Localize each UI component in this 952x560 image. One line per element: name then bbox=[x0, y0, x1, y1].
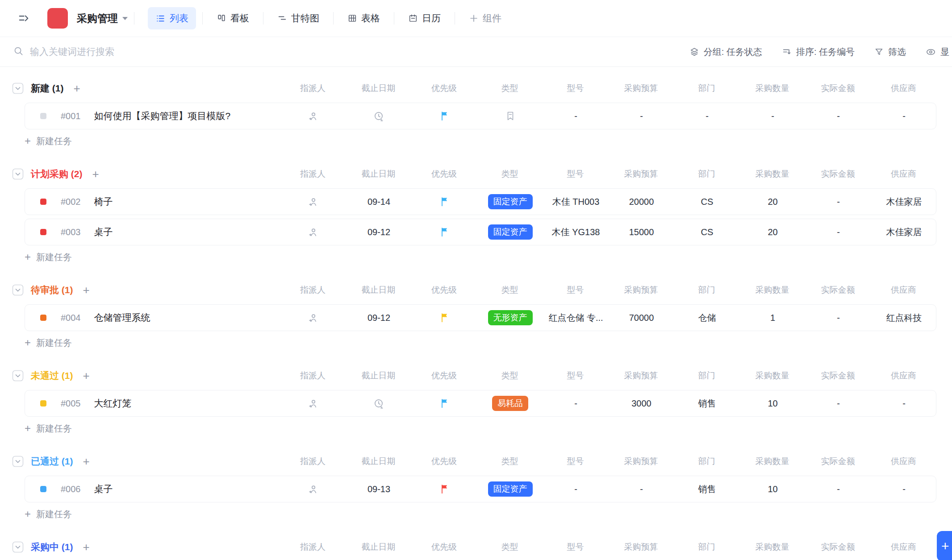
add-task-button[interactable]: + 新建任务 bbox=[25, 334, 141, 352]
column-header: 实际金额 bbox=[805, 284, 871, 296]
tab-label: 日历 bbox=[422, 12, 441, 25]
cell-quantity: 1 bbox=[740, 313, 806, 323]
group-add-icon[interactable]: + bbox=[83, 541, 90, 553]
sidebar-expand-icon[interactable] bbox=[16, 11, 31, 26]
person-icon bbox=[308, 398, 319, 409]
cell-assignee[interactable] bbox=[280, 483, 346, 494]
cell-due-date[interactable]: 09-14 bbox=[346, 197, 412, 207]
column-header: 采购数量 bbox=[739, 83, 805, 94]
cell-priority[interactable] bbox=[412, 312, 477, 324]
group-collapse-toggle[interactable] bbox=[12, 370, 24, 382]
divider bbox=[333, 12, 334, 25]
group-collapse-toggle[interactable] bbox=[12, 83, 24, 94]
cell-type[interactable]: 易耗品 bbox=[477, 396, 543, 411]
column-header: 优先级 bbox=[411, 284, 477, 296]
gantt-icon bbox=[277, 13, 287, 23]
cell-due-date[interactable]: 09-12 bbox=[346, 227, 412, 237]
cell-priority[interactable] bbox=[412, 196, 477, 207]
priority-flag-icon[interactable] bbox=[439, 398, 450, 409]
status-dot bbox=[40, 400, 46, 407]
cell-priority[interactable] bbox=[412, 484, 477, 495]
column-header: 型号 bbox=[543, 541, 608, 553]
column-header: 截止日期 bbox=[346, 370, 411, 382]
task-row[interactable]: #004 仓储管理系统 09-12 无形资产 红点仓储 专... 70000 仓… bbox=[25, 304, 936, 331]
cell-due-date[interactable] bbox=[346, 110, 412, 121]
tab-table[interactable]: 表格 bbox=[340, 7, 388, 29]
cell-type[interactable]: 无形资产 bbox=[477, 310, 543, 325]
column-header: 型号 bbox=[543, 456, 608, 467]
cell-due-date[interactable]: 09-12 bbox=[346, 313, 412, 323]
column-header: 截止日期 bbox=[346, 168, 411, 180]
tab-plus[interactable]: 组件 bbox=[461, 7, 509, 29]
add-task-button[interactable]: + 新建任务 bbox=[25, 419, 141, 437]
group-add-icon[interactable]: + bbox=[83, 456, 90, 467]
group-add-icon[interactable]: + bbox=[83, 284, 90, 296]
task-id: #004 bbox=[61, 313, 81, 323]
cell-assignee[interactable] bbox=[280, 398, 346, 409]
group-collapse-toggle[interactable] bbox=[12, 456, 24, 467]
cell-priority[interactable] bbox=[412, 398, 477, 409]
cell-assignee[interactable] bbox=[280, 312, 346, 323]
cell-assignee[interactable] bbox=[280, 110, 346, 121]
tab-gantt[interactable]: 甘特图 bbox=[270, 7, 327, 29]
cell-due-date[interactable] bbox=[346, 398, 412, 409]
group-add-icon[interactable]: + bbox=[74, 83, 80, 94]
group-add-icon[interactable]: + bbox=[83, 370, 90, 382]
cell-department: 仓储 bbox=[674, 312, 740, 324]
group-by-control[interactable]: 分组: 任务状态 bbox=[689, 46, 762, 58]
task-row[interactable]: #005 大红灯笼 易耗品 - 3000 销售 10 - - bbox=[25, 390, 936, 417]
cell-quantity: 10 bbox=[740, 484, 806, 494]
cell-actual-amount: - bbox=[806, 484, 871, 494]
tab-list[interactable]: 列表 bbox=[148, 7, 196, 29]
cell-assignee[interactable] bbox=[280, 196, 346, 207]
task-title: 仓储管理系统 bbox=[94, 311, 150, 324]
cell-due-date[interactable]: 09-13 bbox=[346, 484, 412, 494]
group-collapse-toggle[interactable] bbox=[12, 168, 24, 180]
cell-assignee[interactable] bbox=[280, 226, 346, 237]
priority-flag-icon[interactable] bbox=[439, 312, 450, 323]
tab-kanban[interactable]: 看板 bbox=[209, 7, 257, 29]
add-task-button[interactable]: + 新建任务 bbox=[25, 505, 141, 523]
person-icon bbox=[308, 111, 319, 122]
kanban-icon bbox=[217, 13, 226, 23]
column-header: 采购数量 bbox=[739, 541, 805, 553]
priority-flag-icon[interactable] bbox=[439, 196, 450, 207]
filter-control[interactable]: 筛选 bbox=[874, 46, 906, 58]
column-header: 优先级 bbox=[411, 541, 477, 553]
add-task-button[interactable]: + 新建任务 bbox=[25, 132, 141, 150]
search-input[interactable] bbox=[30, 46, 280, 57]
task-title: 桌子 bbox=[94, 483, 113, 495]
task-row[interactable]: #006 桌子 09-13 固定资产 - - 销售 10 - - bbox=[25, 476, 936, 502]
project-logo[interactable] bbox=[47, 8, 68, 29]
floating-add-button[interactable]: + bbox=[937, 531, 952, 560]
task-id: #006 bbox=[61, 484, 81, 494]
task-row[interactable]: #002 椅子 09-14 固定资产 木佳 TH003 20000 CS 20 … bbox=[25, 188, 936, 215]
cell-priority[interactable] bbox=[412, 227, 477, 238]
cell-priority[interactable] bbox=[412, 111, 477, 122]
cell-type[interactable]: 固定资产 bbox=[477, 481, 543, 497]
priority-flag-icon[interactable] bbox=[439, 484, 450, 494]
project-title-menu[interactable]: 采购管理 bbox=[77, 12, 128, 25]
priority-flag-icon[interactable] bbox=[439, 227, 450, 237]
tab-label: 甘特图 bbox=[291, 12, 319, 25]
column-header: 采购数量 bbox=[739, 370, 805, 382]
task-row[interactable]: #003 桌子 09-12 固定资产 木佳 YG138 15000 CS 20 … bbox=[25, 219, 936, 245]
display-control[interactable]: 显 bbox=[926, 46, 949, 58]
tab-calendar[interactable]: 日历 bbox=[401, 7, 448, 29]
plus-icon: + bbox=[25, 423, 31, 434]
cell-type[interactable]: 固定资产 bbox=[477, 194, 543, 209]
column-header: 指派人 bbox=[280, 456, 346, 467]
column-header: 采购预算 bbox=[608, 456, 674, 467]
group-add-icon[interactable]: + bbox=[92, 168, 99, 180]
group-collapse-toggle[interactable] bbox=[12, 541, 24, 553]
cell-type[interactable] bbox=[477, 111, 543, 122]
task-row[interactable]: #001 如何使用【采购管理】项目模版? - - - - - - bbox=[25, 103, 936, 129]
status-dot bbox=[40, 486, 46, 492]
priority-flag-icon[interactable] bbox=[439, 111, 450, 121]
group-header: 待审批 (1) + 指派人截止日期优先级类型型号采购预算部门采购数量实际金额供应… bbox=[0, 279, 952, 301]
add-task-button[interactable]: + 新建任务 bbox=[25, 248, 141, 266]
sort-control[interactable]: 排序: 任务编号 bbox=[782, 46, 855, 58]
group-collapse-toggle[interactable] bbox=[12, 284, 24, 296]
group-count: (1) bbox=[52, 83, 64, 93]
cell-type[interactable]: 固定资产 bbox=[477, 224, 543, 240]
